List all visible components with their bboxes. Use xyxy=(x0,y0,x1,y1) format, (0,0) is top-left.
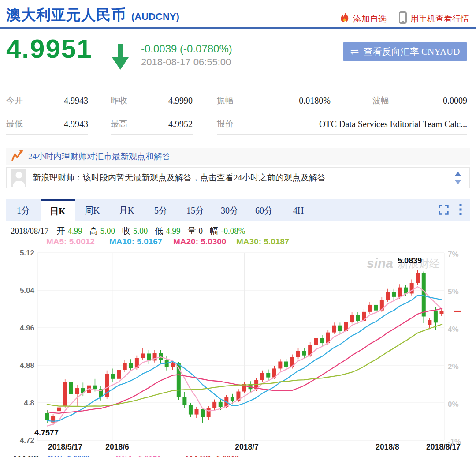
add-watchlist-link[interactable]: 添加自选 xyxy=(340,12,387,26)
avatar xyxy=(11,169,26,187)
advisor-title-link[interactable]: 24小时内理财师对汇市最新观点和解答 xyxy=(28,151,171,162)
current-price: 4.9951 xyxy=(6,34,93,64)
sina-watermark: sina xyxy=(367,256,393,270)
view-mobile-label: 用手机查看行情 xyxy=(410,13,469,25)
candle-body xyxy=(392,292,396,297)
candle-body xyxy=(386,292,390,300)
advisor-scroll-arrows xyxy=(454,172,461,184)
flame-icon xyxy=(340,12,350,26)
page-title: 澳大利亚元人民币 xyxy=(6,5,126,25)
reverse-rate-button[interactable]: ⇌ 查看反向汇率 CNYAUD xyxy=(343,42,467,61)
candle-body xyxy=(159,353,163,360)
candle-body xyxy=(147,353,151,360)
candle-body xyxy=(129,363,133,368)
candlestick-chart[interactable]: 5.125.044.964.884.84.727%5%4%2%0%-1%2018… xyxy=(0,222,476,457)
candle-body xyxy=(314,338,318,345)
stat-open: 今开 4.9943 xyxy=(6,90,88,111)
tab-月K[interactable]: 月K xyxy=(109,199,144,221)
candle-body xyxy=(195,409,199,415)
candle-body xyxy=(302,351,306,356)
view-mobile-link[interactable]: 用手机查看行情 xyxy=(399,11,469,26)
candle-body xyxy=(398,288,402,297)
y-axis-label-left: 4.88 xyxy=(20,361,34,370)
advisor-message-box[interactable]: 新浪理财师：该时段内暂无最新观点及解答，点击查看24小时之前的观点及解答 xyxy=(6,167,470,188)
candle-body xyxy=(439,311,443,314)
tab-60分[interactable]: 60分 xyxy=(247,199,281,221)
candle-body xyxy=(75,388,79,394)
tab-15分[interactable]: 15分 xyxy=(178,199,212,221)
tab-1分[interactable]: 1分 xyxy=(6,199,41,221)
stat-high: 最高 4.9952 xyxy=(111,114,193,135)
tabs-group: 1分日K周K月K5分15分30分60分4H xyxy=(6,199,316,221)
candle-body xyxy=(260,373,264,380)
x-axis-label: 2018/8/17 xyxy=(426,442,461,451)
candle-body xyxy=(278,362,282,369)
macd-indicator-text: MACD xyxy=(13,454,39,457)
stat-low-value: 4.9943 xyxy=(64,119,88,129)
stat-prev-label: 昨收 xyxy=(111,95,127,106)
forex-quote-page: 澳大利亚元人民币 (AUDCNY) 添加自选 用手机查看行情 4.9951 -0… xyxy=(0,0,476,457)
candle-body xyxy=(212,402,216,408)
interval-tabbar: 1分日K周K月K5分15分30分60分4H xyxy=(6,199,470,221)
candle-body xyxy=(219,402,223,407)
candle-body xyxy=(117,370,121,379)
high-annotation: 5.0839 xyxy=(398,256,422,265)
y-axis-label-right: 5% xyxy=(448,288,459,296)
candle-body xyxy=(231,397,234,401)
y-axis-label-right: 2% xyxy=(448,363,459,371)
stat-amplitude-label: 振幅 xyxy=(217,95,234,106)
stat-amplitude: 振幅 0.0180% xyxy=(217,90,331,111)
candle-body xyxy=(332,326,336,333)
candle-body xyxy=(171,363,175,367)
stat-quote-value: OTC Data Services Editorial Team Calc... xyxy=(319,119,467,129)
candle-body xyxy=(63,382,67,406)
price-change: -0.0039 (-0.0780%) xyxy=(141,43,232,55)
stat-high-label: 最高 xyxy=(111,118,127,130)
low-annotation: 4.7577 xyxy=(34,428,59,437)
candle-body xyxy=(416,273,420,283)
macd-indicator-text: MACD: 0.0013 xyxy=(185,454,239,457)
x-axis-label: 2018/8 xyxy=(376,442,399,451)
add-watchlist-label: 添加自选 xyxy=(353,13,387,25)
scroll-down-icon[interactable] xyxy=(454,180,461,184)
reverse-rate-label: 查看反向汇率 CNYAUD xyxy=(364,45,460,58)
tab-日K[interactable]: 日K xyxy=(41,199,75,221)
stat-quote-label: 报价 xyxy=(217,118,234,130)
y-axis-label-right: 4% xyxy=(448,325,459,333)
x-axis-label: 2018/6 xyxy=(105,442,129,451)
stat-range-label: 波幅 xyxy=(372,95,389,106)
y-axis-label-left: 4.72 xyxy=(20,436,34,445)
candle-body xyxy=(410,283,414,293)
stat-low-label: 最低 xyxy=(6,118,23,130)
tab-30分[interactable]: 30分 xyxy=(212,199,247,221)
candle-body xyxy=(141,353,145,358)
candle-body xyxy=(356,315,360,321)
quote-timestamp: 2018-08-17 06:55:00 xyxy=(141,56,231,68)
candle-body xyxy=(189,405,193,414)
down-arrow-icon xyxy=(112,44,129,71)
section-divider xyxy=(0,86,476,86)
stat-low: 最低 4.9943 xyxy=(6,114,88,135)
phone-icon xyxy=(399,11,407,26)
scroll-up-icon[interactable] xyxy=(454,172,461,176)
fullscreen-icon[interactable] xyxy=(439,205,449,217)
candle-body xyxy=(434,311,438,323)
pair-symbol: (AUDCNY) xyxy=(131,11,179,22)
more-options-icon[interactable] xyxy=(459,204,462,217)
tab-5分[interactable]: 5分 xyxy=(144,199,178,221)
y-axis-label-left: 5.04 xyxy=(20,286,35,295)
candle-body xyxy=(266,373,270,378)
x-axis-label: 2018/5/17 xyxy=(48,442,82,451)
y-axis-label-left: 4.96 xyxy=(20,324,34,332)
macd-indicator-text: DEA: 0.0171 xyxy=(115,454,161,457)
candle-body xyxy=(57,408,61,412)
stat-amplitude-value: 0.0180% xyxy=(299,96,331,106)
y-axis-label-right: 7% xyxy=(448,250,459,258)
tab-4H[interactable]: 4H xyxy=(281,199,316,221)
y-axis-label-left: 5.12 xyxy=(20,249,34,257)
candle-body xyxy=(296,351,300,357)
page-header: 澳大利亚元人民币 (AUDCNY) xyxy=(6,5,179,25)
stat-open-label: 今开 xyxy=(6,95,23,106)
tab-周K[interactable]: 周K xyxy=(75,199,109,221)
candle-body xyxy=(422,273,426,317)
